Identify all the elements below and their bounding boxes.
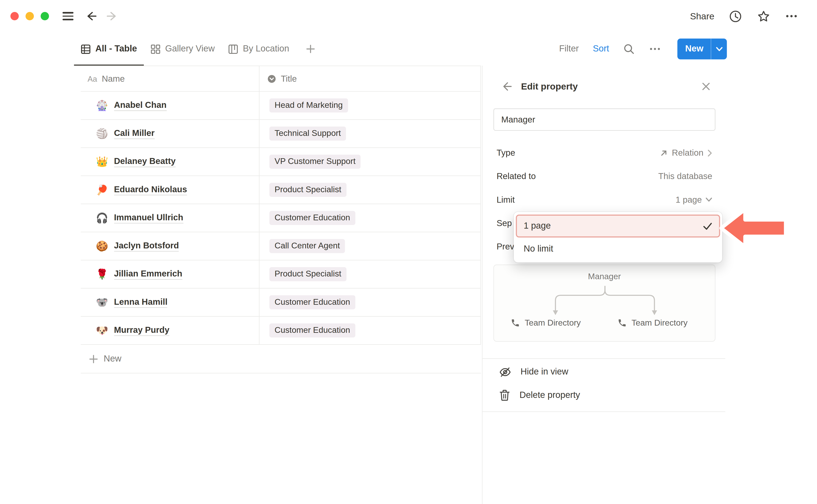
panel-back-icon[interactable] <box>501 81 513 92</box>
title-cell[interactable]: Product Specialist <box>259 176 481 204</box>
page-name-link[interactable]: Immanuel Ullrich <box>114 212 183 223</box>
limit-row[interactable]: Limit 1 page <box>483 188 725 211</box>
more-options-icon[interactable] <box>785 9 798 23</box>
search-icon[interactable] <box>623 43 635 55</box>
action-label: Delete property <box>520 390 580 400</box>
tab-by-location[interactable]: By Location <box>221 32 296 66</box>
title-tag[interactable]: Product Specialist <box>269 267 346 281</box>
page-emoji-icon: 🎡 <box>96 101 108 111</box>
history-clock-icon[interactable] <box>729 9 743 23</box>
page-name-link[interactable]: Lenna Hamill <box>114 297 168 308</box>
property-name-input[interactable] <box>494 108 715 131</box>
page-name-link[interactable]: Eduardo Nikolaus <box>114 184 187 195</box>
title-cell[interactable]: Product Specialist <box>259 261 481 288</box>
forward-icon[interactable] <box>106 10 118 22</box>
related-to-row[interactable]: Related to This database <box>483 165 725 188</box>
title-tag[interactable]: Customer Education <box>269 323 355 337</box>
tab-label: Gallery View <box>165 44 215 54</box>
delete-property-button[interactable]: Delete property <box>483 383 725 407</box>
eye-off-icon <box>499 365 512 378</box>
page-name-link[interactable]: Murray Purdy <box>114 325 170 336</box>
title-cell[interactable]: Customer Education <box>259 289 481 316</box>
page-name-link[interactable]: Cali Miller <box>114 128 155 139</box>
tab-all-table[interactable]: All - Table <box>74 32 144 66</box>
add-view-button[interactable] <box>299 32 322 66</box>
dropdown-option-no-limit[interactable]: No limit <box>514 238 722 261</box>
title-cell[interactable]: Technical Support <box>259 120 481 147</box>
field-value: Relation <box>672 148 703 158</box>
title-tag[interactable]: VP Customer Support <box>269 155 360 169</box>
zoom-window-button[interactable] <box>41 12 49 20</box>
table-row: 🏓 Eduardo Nikolaus Product Specialist <box>81 176 481 204</box>
relation-arrow-icon <box>660 149 668 157</box>
title-tag[interactable]: Call Center Agent <box>269 239 345 253</box>
relation-connector-lines <box>494 265 716 342</box>
field-label: Sep <box>497 218 512 228</box>
panel-header: Edit property <box>483 66 725 107</box>
close-window-button[interactable] <box>10 12 19 20</box>
column-label: Title <box>281 74 297 84</box>
sort-button[interactable]: Sort <box>593 44 609 54</box>
title-tag[interactable]: Head of Marketing <box>269 98 348 112</box>
page-name-link[interactable]: Delaney Beatty <box>114 156 176 167</box>
title-cell[interactable]: Head of Marketing <box>259 92 481 119</box>
relation-preview-card: Manager Team Directory Team Directory <box>494 265 715 342</box>
title-tag[interactable]: Product Specialist <box>269 183 346 197</box>
page-name-link[interactable]: Jillian Emmerich <box>114 269 182 280</box>
database-table: Aa Name Title 🎡 Anabel Chan Head of Mark… <box>81 66 481 373</box>
title-cell[interactable]: Customer Education <box>259 204 481 232</box>
add-row-button[interactable]: New <box>81 345 481 373</box>
table-row: 🏐 Cali Miller Technical Support <box>81 120 481 148</box>
title-tag[interactable]: Technical Support <box>269 127 346 141</box>
name-cell[interactable]: 🍪 Jaclyn Botsford <box>81 232 259 260</box>
sidebar-toggle-icon[interactable] <box>63 12 73 20</box>
panel-title: Edit property <box>521 81 578 92</box>
favorite-star-icon[interactable] <box>757 9 771 23</box>
preview-child-label: Team Directory <box>632 318 687 327</box>
view-more-options-icon[interactable] <box>649 43 661 55</box>
new-button-label[interactable]: New <box>677 38 711 59</box>
column-header-name[interactable]: Aa Name <box>81 66 259 91</box>
table-header-row: Aa Name Title <box>81 66 481 92</box>
name-cell[interactable]: 🏓 Eduardo Nikolaus <box>81 176 259 204</box>
title-tag[interactable]: Customer Education <box>269 211 355 225</box>
annotation-arrow-icon <box>717 205 790 251</box>
column-header-title[interactable]: Title <box>259 66 481 91</box>
page-name-link[interactable]: Anabel Chan <box>114 100 167 111</box>
tab-label: By Location <box>243 44 289 54</box>
name-cell[interactable]: 👑 Delaney Beatty <box>81 148 259 176</box>
page-name-link[interactable]: Jaclyn Botsford <box>114 241 179 251</box>
title-cell[interactable]: Call Center Agent <box>259 232 481 260</box>
dropdown-option-1-page[interactable]: 1 page <box>516 215 720 238</box>
filter-button[interactable]: Filter <box>559 44 579 54</box>
name-cell[interactable]: 🎧 Immanuel Ullrich <box>81 204 259 232</box>
name-cell[interactable]: 🐨 Lenna Hamill <box>81 289 259 316</box>
new-button-chevron-down-icon[interactable] <box>711 38 727 59</box>
minimize-window-button[interactable] <box>26 12 34 20</box>
name-cell[interactable]: 🏐 Cali Miller <box>81 120 259 147</box>
name-cell[interactable]: 🎡 Anabel Chan <box>81 92 259 119</box>
board-view-icon <box>228 44 238 54</box>
property-type-row[interactable]: Type Relation <box>483 141 725 165</box>
name-cell[interactable]: 🐶 Murray Purdy <box>81 317 259 344</box>
tab-gallery-view[interactable]: Gallery View <box>144 32 221 66</box>
page-emoji-icon: 🌹 <box>96 269 108 279</box>
panel-close-icon[interactable] <box>701 82 711 91</box>
share-button[interactable]: Share <box>690 11 714 21</box>
gallery-view-icon <box>151 44 161 54</box>
name-cell[interactable]: 🌹 Jillian Emmerich <box>81 261 259 288</box>
divider <box>483 358 725 359</box>
title-cell[interactable]: VP Customer Support <box>259 148 481 176</box>
field-label: Related to <box>497 171 536 181</box>
back-icon[interactable] <box>85 10 97 22</box>
table-row: 🎡 Anabel Chan Head of Marketing <box>81 92 481 120</box>
preview-related-page: Team Directory <box>618 318 688 327</box>
new-record-button[interactable]: New <box>677 38 727 59</box>
hide-in-view-button[interactable]: Hide in view <box>483 360 725 384</box>
option-label: 1 page <box>524 221 551 231</box>
title-tag[interactable]: Customer Education <box>269 295 355 309</box>
title-cell[interactable]: Customer Education <box>259 317 481 344</box>
traffic-lights <box>0 12 49 20</box>
preview-related-page: Team Directory <box>511 318 581 327</box>
add-row-label: New <box>104 354 121 364</box>
